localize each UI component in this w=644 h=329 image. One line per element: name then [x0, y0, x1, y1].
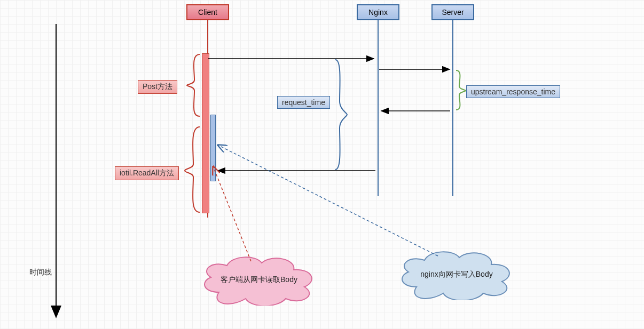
- brace-post-method: [187, 54, 200, 116]
- brace-readall-method: [185, 127, 200, 212]
- activation-client-read: [210, 115, 216, 181]
- callout-line-nginx-write: [218, 145, 438, 256]
- participant-nginx: Nginx: [357, 4, 399, 20]
- label-request-time: request_time: [277, 96, 330, 109]
- cloud-client-read-text: 客户端从网卡读取Body: [198, 275, 320, 285]
- lifeline-server: [452, 20, 453, 196]
- label-timeline: 时间线: [29, 268, 52, 277]
- cloud-nginx-write: nginx向网卡写入Body: [395, 250, 518, 292]
- label-post-method: Post方法: [138, 80, 177, 94]
- callout-line-client-read: [213, 166, 251, 261]
- label-readall-method: iotil.ReadAll方法: [115, 166, 179, 180]
- diagram-overlay: [0, 0, 644, 329]
- label-upstream-response-time: upstream_response_time: [466, 85, 560, 98]
- lifeline-nginx: [378, 20, 379, 196]
- brace-upstream-time: [456, 70, 466, 110]
- participant-client: Client: [186, 4, 229, 20]
- activation-client: [202, 53, 209, 213]
- participant-server: Server: [431, 4, 474, 20]
- brace-request-time: [335, 60, 347, 170]
- cloud-nginx-write-text: nginx向网卡写入Body: [395, 270, 518, 279]
- cloud-client-read: 客户端从网卡读取Body: [198, 255, 320, 298]
